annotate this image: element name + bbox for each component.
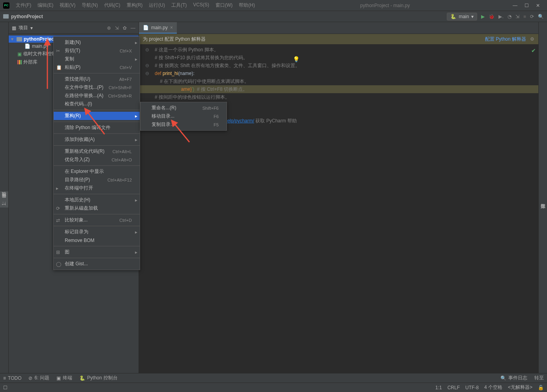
goto-tab[interactable]: 转至 xyxy=(534,375,544,381)
terminal-tool-tab[interactable]: ▣ 终端 xyxy=(56,375,72,381)
gear-icon[interactable]: ⚙ xyxy=(530,36,534,42)
menu-item-label: 标记目录为 xyxy=(65,229,88,235)
run-icon[interactable]: ▶ xyxy=(481,14,485,19)
code-editor[interactable]: ✔ 💡 ⊖# 这是一个示例 Python 脚本。 # 按 Shift+F10 执… xyxy=(139,44,538,373)
context-menu-item[interactable]: ⟳重新从磁盘加载 xyxy=(54,204,140,212)
python-file-icon: 📄 xyxy=(143,25,149,30)
search-everywhere-icon[interactable]: 🔍 xyxy=(538,14,544,19)
hide-icon[interactable]: — xyxy=(131,25,135,31)
context-menu-item[interactable]: 目录路径(P)Ctrl+Alt+F12 xyxy=(54,176,140,184)
menu-view[interactable]: 视图(V) xyxy=(57,1,78,9)
status-interpreter[interactable]: <无解释器> xyxy=(508,384,532,391)
problems-tool-tab[interactable]: ⊘ 6: 问题 xyxy=(28,375,49,381)
menu-item-shortcut: Ctrl+X xyxy=(120,49,132,53)
context-menu-item[interactable]: 查找使用(U)Alt+F7 xyxy=(54,75,140,83)
context-menu-item[interactable]: 重构(R)▸ xyxy=(54,112,140,120)
run-configuration-selector[interactable]: 🐍 main ▾ xyxy=(447,13,477,21)
context-menu-item[interactable]: 新建(N)▸ xyxy=(54,38,140,47)
menu-run[interactable]: 运行(U) xyxy=(146,1,167,9)
status-indent[interactable]: 4 个空格 xyxy=(484,384,502,391)
context-menu-item[interactable]: 添加到收藏(A)▸ xyxy=(54,135,140,144)
attach-icon[interactable]: ⇲ xyxy=(515,14,519,19)
breadcrumb[interactable]: pythonProject xyxy=(3,14,43,19)
intention-bulb-icon[interactable]: 💡 xyxy=(293,55,300,63)
context-menu-item[interactable]: 重新格式化代码(R)Ctrl+Alt+L xyxy=(54,147,140,156)
menu-item-shortcut: Ctrl+D xyxy=(120,218,132,223)
menu-navigate[interactable]: 导航(N) xyxy=(79,1,100,9)
context-menu-item[interactable]: 在 Explorer 中显示 xyxy=(54,167,140,176)
menu-file[interactable]: 文件(F) xyxy=(13,1,34,9)
context-menu-item[interactable]: 检查代码...(I) xyxy=(54,100,140,108)
menu-item-label: 粘贴(P) xyxy=(65,64,81,71)
settings-icon[interactable]: ✿ xyxy=(123,25,127,31)
context-menu-item[interactable]: 复制▸ xyxy=(54,55,140,63)
inspection-ok-icon[interactable]: ✔ xyxy=(531,47,536,54)
context-menu-item[interactable]: 优化导入(Z)Ctrl+Alt+O xyxy=(54,156,140,164)
maximize-icon[interactable]: ☐ xyxy=(525,3,529,8)
context-menu: 新建(N)▸✂剪切(T)Ctrl+X复制▸📋粘贴(P)Ctrl+V查找使用(U)… xyxy=(53,36,140,270)
submenu-item[interactable]: 重命名...(R)Shift+F6 xyxy=(140,104,227,112)
database-tool-tab[interactable]: 数据库 xyxy=(539,198,547,202)
context-menu-item[interactable]: ◯创建 Gist... xyxy=(54,260,140,268)
context-menu-item[interactable]: 清除 Python 编译文件 xyxy=(54,124,140,132)
menu-refactor[interactable]: 重构(R) xyxy=(124,1,145,9)
close-icon[interactable]: ✕ xyxy=(536,3,540,8)
context-menu-item[interactable]: Remove BOM xyxy=(54,236,140,244)
context-menu-item[interactable]: 在文件中查找...(P)Ctrl+Shift+F xyxy=(54,83,140,92)
status-caret-pos[interactable]: 1:1 xyxy=(435,385,442,390)
submenu-item-shortcut: Shift+F6 xyxy=(202,106,219,111)
menu-window[interactable]: 窗口(W) xyxy=(213,1,235,9)
editor-tab-name: main.py xyxy=(151,25,168,30)
python-console-tool-tab[interactable]: 🐍 Python 控制台 xyxy=(79,375,118,381)
project-tool-tab[interactable]: 1: 项目 ▦ xyxy=(0,191,8,208)
submenu-arrow-icon: ▸ xyxy=(135,40,137,45)
coverage-icon[interactable]: ▶. xyxy=(498,14,503,19)
submenu-item-label: 复制目录... xyxy=(152,121,174,128)
tree-file-name: main.py xyxy=(32,43,49,49)
chevron-down-icon[interactable]: ▾ xyxy=(11,36,15,42)
context-menu-item[interactable]: 📋粘贴(P)Ctrl+V xyxy=(54,63,140,71)
submenu-item[interactable]: 移动目录...F6 xyxy=(140,112,227,120)
profile-icon[interactable]: ◔ xyxy=(508,14,511,19)
minimize-icon[interactable]: — xyxy=(513,3,517,8)
event-log-tab[interactable]: 🔍 事件日志 xyxy=(500,375,527,381)
menu-tools[interactable]: 工具(T) xyxy=(169,1,189,9)
library-icon xyxy=(17,60,22,64)
update-icon[interactable]: ⟳ xyxy=(530,14,534,19)
chevron-down-icon[interactable]: ▾ xyxy=(30,25,33,31)
debug-icon[interactable]: 🐞 xyxy=(489,14,495,19)
context-menu-item[interactable]: 标记目录为▸ xyxy=(54,228,140,236)
context-menu-item[interactable]: ⊞图▸ xyxy=(54,248,140,256)
status-tool-icon[interactable]: ☐ xyxy=(3,385,7,390)
context-menu-item[interactable]: ✂剪切(T)Ctrl+X xyxy=(54,47,140,55)
close-tab-icon[interactable]: × xyxy=(170,25,173,30)
todo-tool-tab[interactable]: ≡ TODO xyxy=(3,375,21,381)
context-menu-item[interactable]: ⇄比较对象...Ctrl+D xyxy=(54,216,140,224)
status-encoding[interactable]: UTF-8 xyxy=(465,385,479,390)
menu-item-label: 检查代码...(I) xyxy=(65,101,92,107)
editor-tab[interactable]: 📄 main.py × xyxy=(139,22,177,34)
stop-icon[interactable]: ■ xyxy=(523,14,526,19)
context-menu-item[interactable]: ▸在终端中打开 xyxy=(54,184,140,192)
project-view-icon: ▦ xyxy=(12,25,16,31)
submenu-item[interactable]: 复制目录...F5 xyxy=(140,120,227,129)
menu-code[interactable]: 代码(C) xyxy=(102,1,123,9)
menu-item-icon: ⟳ xyxy=(56,206,62,211)
project-pane-title[interactable]: 项目 xyxy=(19,24,28,31)
submenu-item-shortcut: F6 xyxy=(214,114,219,119)
chevron-down-icon: ▾ xyxy=(471,14,474,19)
configure-interpreter-link[interactable]: 配置 Python 解释器 xyxy=(485,36,526,43)
status-lock-icon[interactable]: 🔓 xyxy=(538,385,544,390)
status-line-sep[interactable]: CRLF xyxy=(448,385,460,390)
menu-item-label: 比较对象... xyxy=(65,217,88,223)
menu-item-label: 目录路径(P) xyxy=(65,176,90,183)
locate-icon[interactable]: ⊕ xyxy=(107,25,111,31)
menu-edit[interactable]: 编辑(E) xyxy=(35,1,56,9)
menu-help[interactable]: 帮助(H) xyxy=(236,1,257,9)
context-menu-item[interactable]: 本地历史(H)▸ xyxy=(54,196,140,204)
menu-item-icon: ▸ xyxy=(56,186,62,191)
status-bar: ☐ 1:1 CRLF UTF-8 4 个空格 <无解释器> 🔓 xyxy=(0,383,547,392)
context-menu-item[interactable]: 在路径中替换...(A)Ctrl+Shift+R xyxy=(54,92,140,100)
menu-vcs[interactable]: VCS(S) xyxy=(191,1,212,9)
expand-icon[interactable]: ⇲ xyxy=(115,25,119,31)
